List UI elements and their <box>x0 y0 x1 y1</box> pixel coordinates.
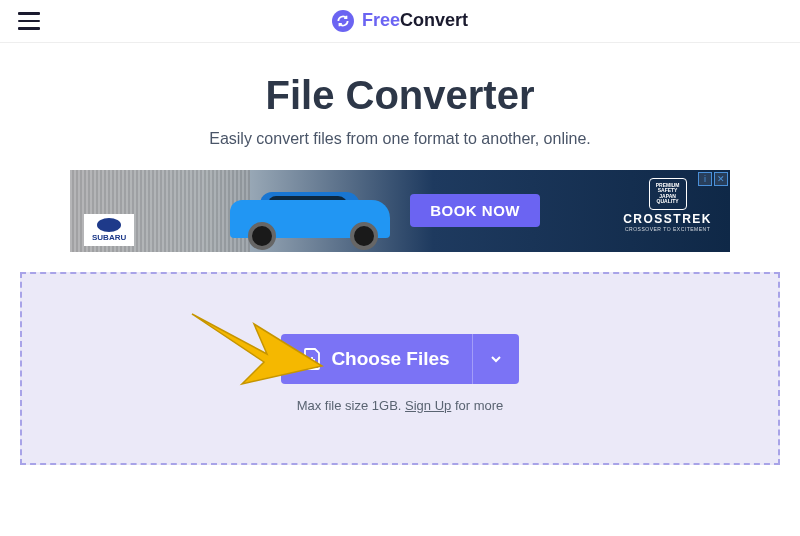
arrow-annotation-icon <box>182 304 332 394</box>
sign-up-link[interactable]: Sign Up <box>405 398 451 413</box>
brand-name: FreeConvert <box>362 10 468 31</box>
brand-logo[interactable]: FreeConvert <box>332 10 468 32</box>
book-now-button[interactable]: BOOK NOW <box>410 194 540 227</box>
chevron-down-icon <box>489 352 503 366</box>
hamburger-menu-icon[interactable] <box>18 12 40 30</box>
subaru-badge: SUBARU <box>84 214 134 246</box>
ad-info-icon[interactable]: i <box>698 172 712 186</box>
header: FreeConvert <box>0 0 800 43</box>
car-image <box>210 180 410 250</box>
file-size-info: Max file size 1GB. Sign Up for more <box>42 398 758 413</box>
ad-branding: PREMIUMSAFETY JAPANQUALITY CROSSTREK CRO… <box>623 178 712 232</box>
main-content: File Converter Easily convert files from… <box>0 43 800 465</box>
page-subtitle: Easily convert files from one format to … <box>20 130 780 148</box>
file-dropzone[interactable]: Choose Files Max file size 1GB. Sign Up … <box>20 272 780 465</box>
convert-icon <box>332 10 354 32</box>
advertisement-banner[interactable]: SUBARU BOOK NOW PREMIUMSAFETY JAPANQUALI… <box>70 170 730 252</box>
page-title: File Converter <box>20 73 780 118</box>
choose-files-dropdown[interactable] <box>472 334 519 384</box>
ad-close-icon[interactable]: ✕ <box>714 172 728 186</box>
